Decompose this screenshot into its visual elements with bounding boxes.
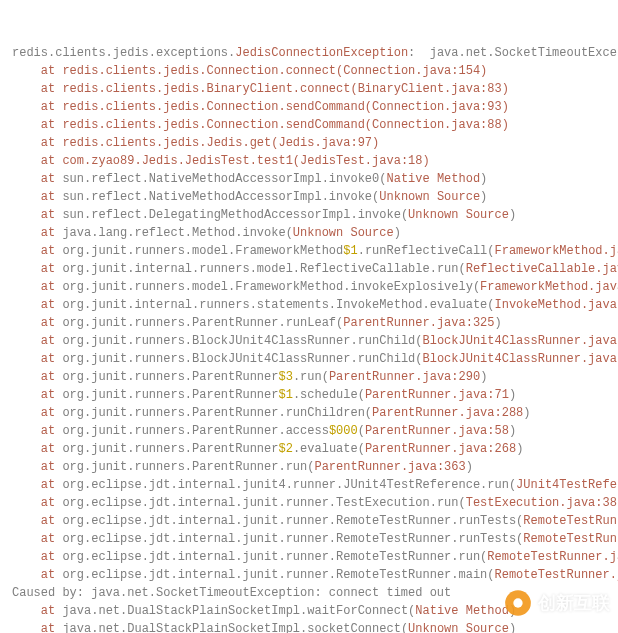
stack-frame: at org.junit.runners.model.FrameworkMeth… <box>12 278 606 296</box>
stack-frame: at org.junit.runners.ParentRunner.runLea… <box>12 314 606 332</box>
stacktrace-view: redis.clients.jedis.exceptions.JedisConn… <box>0 0 618 633</box>
watermark-text: 创新互联 <box>538 594 610 612</box>
stack-frame: at org.junit.runners.ParentRunner.runChi… <box>12 404 606 422</box>
stack-frame: at org.junit.runners.model.FrameworkMeth… <box>12 242 606 260</box>
stack-frame: at org.junit.runners.ParentRunner.run(Pa… <box>12 458 606 476</box>
stack-frame: at org.eclipse.jdt.internal.junit.runner… <box>12 512 606 530</box>
stack-frame: at org.junit.internal.runners.statements… <box>12 296 606 314</box>
stack-frame: at sun.reflect.NativeMethodAccessorImpl.… <box>12 170 606 188</box>
stack-frame: at redis.clients.jedis.Connection.sendCo… <box>12 116 606 134</box>
stack-frame: at sun.reflect.NativeMethodAccessorImpl.… <box>12 188 606 206</box>
svg-point-1 <box>513 598 522 607</box>
stack-frame: at org.eclipse.jdt.internal.junit.runner… <box>12 548 606 566</box>
stack-frame: at redis.clients.jedis.BinaryClient.conn… <box>12 80 606 98</box>
watermark: 创新互联 <box>504 589 610 617</box>
stack-frame: at org.junit.runners.ParentRunner$1.sche… <box>12 386 606 404</box>
exception-name: JedisConnectionException <box>235 46 408 60</box>
stack-frame: at org.junit.runners.ParentRunner$3.run(… <box>12 368 606 386</box>
stack-frame: at org.eclipse.jdt.internal.junit4.runne… <box>12 476 606 494</box>
stack-frame: at java.lang.reflect.Method.invoke(Unkno… <box>12 224 606 242</box>
stack-frame: at redis.clients.jedis.Connection.sendCo… <box>12 98 606 116</box>
stack-frame: at org.junit.runners.ParentRunner.access… <box>12 422 606 440</box>
stack-frame: at org.eclipse.jdt.internal.junit.runner… <box>12 530 606 548</box>
stack-frame: at sun.reflect.DelegatingMethodAccessorI… <box>12 206 606 224</box>
stack-frame: at org.junit.internal.runners.model.Refl… <box>12 260 606 278</box>
stack-frame: at org.junit.runners.ParentRunner$2.eval… <box>12 440 606 458</box>
stack-frame: at org.eclipse.jdt.internal.junit.runner… <box>12 566 606 584</box>
stack-frame: at org.junit.runners.BlockJUnit4ClassRun… <box>12 350 606 368</box>
stack-frame: at java.net.DualStackPlainSocketImpl.soc… <box>12 620 606 633</box>
stack-frame: at com.zyao89.Jedis.JedisTest.test1(Jedi… <box>12 152 606 170</box>
gear-icon <box>504 589 532 617</box>
stack-frame: at redis.clients.jedis.Jedis.get(Jedis.j… <box>12 134 606 152</box>
stack-frame: at org.eclipse.jdt.internal.junit.runner… <box>12 494 606 512</box>
stack-frame: at redis.clients.jedis.Connection.connec… <box>12 62 606 80</box>
stack-frame: at org.junit.runners.BlockJUnit4ClassRun… <box>12 332 606 350</box>
exception-header: redis.clients.jedis.exceptions.JedisConn… <box>12 44 606 62</box>
